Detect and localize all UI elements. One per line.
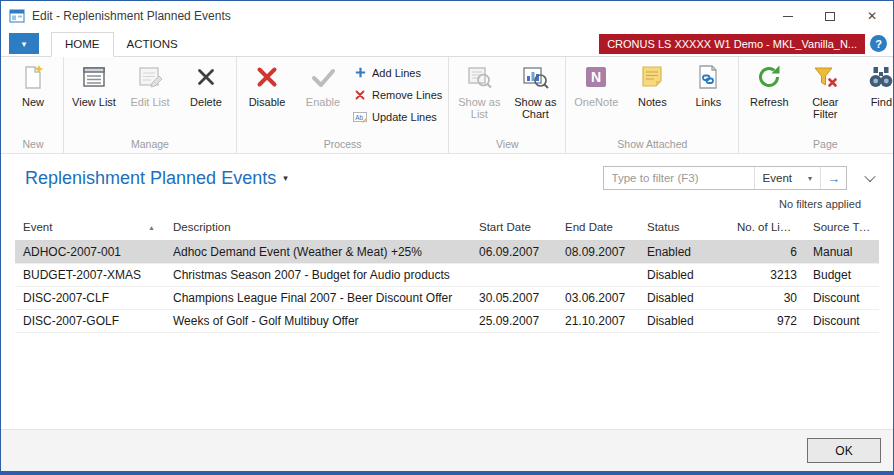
refresh-button[interactable]: Refresh [741,57,797,108]
table-row[interactable]: DISC-2007-CLF Champions League Final 200… [15,287,879,310]
window: Edit - Replenishment Planned Events ✕ ▾ … [0,0,894,475]
delete-x-icon [191,62,221,92]
table-row[interactable]: BUDGET-2007-XMAS Christmas Season 2007 -… [15,264,879,287]
show-as-chart-button[interactable]: Show as Chart [507,57,563,120]
show-as-list-button[interactable]: Show as List [451,57,507,120]
group-label-manage: Manage [66,137,234,153]
delete-button[interactable]: Delete [178,57,234,108]
titlebar: Edit - Replenishment Planned Events ✕ [1,1,893,31]
column-header-description[interactable]: Description [165,221,471,233]
column-header-end-date[interactable]: End Date [557,221,639,233]
sticky-note-icon [637,62,667,92]
update-abc-icon: Ab [353,110,367,124]
chevron-down-icon [864,171,875,182]
cell-start-date[interactable]: 25.09.2007 [471,310,557,333]
view-list-button[interactable]: View List [66,57,122,108]
page-content: Replenishment Planned Events ▾ Event ▾ → [1,154,893,429]
cell-end-date[interactable]: 21.10.2007 [557,310,639,333]
arrow-right-icon: → [827,171,840,186]
find-button[interactable]: Find [853,57,894,108]
column-header-status[interactable]: Status [639,221,729,233]
cell-event[interactable]: ADHOC-2007-001 [15,241,165,264]
notes-button[interactable]: Notes [624,57,680,108]
tab-actions[interactable]: ACTIONS [114,33,191,56]
cell-no-of-lines[interactable]: 30 [729,287,805,310]
cell-description[interactable]: Christmas Season 2007 - Budget for Audio… [165,264,471,287]
help-icon: ? [875,38,882,50]
svg-text:N: N [591,69,601,85]
table-rows: ADHOC-2007-001 Adhoc Demand Event (Weath… [15,241,879,333]
onenote-button[interactable]: N OneNote [568,57,624,108]
cell-source-type[interactable]: Discount [805,287,879,310]
ribbon-group-process: Disable Enable Add Lines [237,57,449,153]
cell-description[interactable]: Weeks of Golf - Golf Multibuy Offer [165,310,471,333]
maximize-icon [825,12,835,21]
dialog-footer: OK [1,429,893,471]
cell-no-of-lines[interactable]: 3213 [729,264,805,287]
maximize-button[interactable] [809,1,851,31]
small-red-x-icon [353,88,367,102]
cell-event[interactable]: DISC-2007-GOLF [15,310,165,333]
disable-button[interactable]: Disable [239,57,295,108]
cell-status[interactable]: Disabled [639,287,729,310]
update-lines-button[interactable]: Ab Update Lines [353,108,442,125]
ribbon-tab-bar: ▾ HOME ACTIONS CRONUS LS XXXXX W1 Demo -… [1,31,893,57]
ok-button[interactable]: OK [807,438,881,463]
cell-status[interactable]: Disabled [639,310,729,333]
chevron-down-icon: ▾ [808,174,812,183]
new-button[interactable]: New [5,57,61,108]
cell-end-date[interactable]: 08.09.2007 [557,241,639,264]
minimize-button[interactable] [767,1,809,31]
refresh-icon [754,62,784,92]
plus-icon [353,66,367,80]
clear-filter-button[interactable]: Clear Filter [797,57,853,120]
collapse-header-button[interactable] [861,169,879,187]
cell-description[interactable]: Adhoc Demand Event (Weather & Meat) +25% [165,241,471,264]
tab-home[interactable]: HOME [51,32,114,57]
sort-ascending-icon: ▲ [148,224,155,231]
cell-source-type[interactable]: Budget [805,264,879,287]
application-menu-button[interactable]: ▾ [9,33,39,54]
cell-event[interactable]: BUDGET-2007-XMAS [15,264,165,287]
ribbon-group-manage: View List Edit List [64,57,237,153]
filter-input[interactable] [604,167,754,189]
column-header-event[interactable]: Event ▲ [15,221,165,233]
cell-status[interactable]: Enabled [639,241,729,264]
cell-description[interactable]: Champions League Final 2007 - Beer Disco… [165,287,471,310]
cell-no-of-lines[interactable]: 972 [729,310,805,333]
close-icon: ✕ [867,9,877,23]
column-header-no-of-lines[interactable]: No. of Lines [729,221,805,233]
cell-source-type[interactable]: Discount [805,310,879,333]
close-button[interactable]: ✕ [851,1,893,31]
help-button[interactable]: ? [870,35,887,52]
cell-status[interactable]: Disabled [639,264,729,287]
table-header-row: Event ▲ Description Start Date End Date … [15,214,879,241]
cell-event[interactable]: DISC-2007-CLF [15,287,165,310]
links-button[interactable]: Links [680,57,736,108]
filter-funnel-x-icon [810,62,840,92]
cell-no-of-lines[interactable]: 6 [729,241,805,264]
cell-end-date[interactable]: 03.06.2007 [557,287,639,310]
ribbon-group-view: Show as List Show as Chart [449,57,566,153]
cell-start-date[interactable]: 30.05.2007 [471,287,557,310]
ribbon-group-show-attached: N OneNote Notes [566,57,739,153]
add-lines-button[interactable]: Add Lines [353,64,442,81]
page-title[interactable]: Replenishment Planned Events ▾ [25,168,288,189]
table-row[interactable]: ADHOC-2007-001 Adhoc Demand Event (Weath… [15,241,879,264]
column-header-source-type[interactable]: Source Type [805,221,879,233]
ribbon: New New View List [1,57,893,154]
table-row[interactable]: DISC-2007-GOLF Weeks of Golf - Golf Mult… [15,310,879,333]
column-header-start-date[interactable]: Start Date [471,221,557,233]
ribbon-group-new: New New [3,57,64,153]
app-icon [9,8,25,24]
filter-column-dropdown[interactable]: Event ▾ [754,167,820,189]
company-badge: CRONUS LS XXXXX W1 Demo - MKL_Vanilla_N.… [599,34,865,54]
chevron-down-icon: ▾ [22,39,27,49]
apply-filter-button[interactable]: → [820,167,846,189]
remove-lines-button[interactable]: Remove Lines [353,86,442,103]
cell-source-type[interactable]: Manual [805,241,879,264]
edit-list-button[interactable]: Edit List [122,57,178,108]
onenote-icon: N [581,62,611,92]
cell-start-date[interactable]: 06.09.2007 [471,241,557,264]
enable-button[interactable]: Enable [295,57,351,108]
